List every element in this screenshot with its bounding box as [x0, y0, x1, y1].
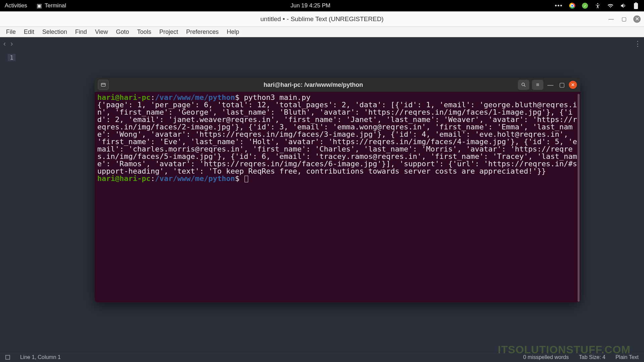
terminal-titlebar[interactable]: hari@hari-pc: /var/www/me/python ≡ — ▢ ✕: [95, 78, 580, 92]
terminal-minimize-button[interactable]: —: [546, 80, 555, 89]
tab-size-status[interactable]: Tab Size: 4: [579, 354, 605, 360]
terminal-scrollbar[interactable]: [578, 94, 580, 302]
terminal-window: hari@hari-pc: /var/www/me/python ≡ — ▢ ✕…: [95, 78, 580, 302]
sublime-titlebar[interactable]: untitled • - Sublime Text (UNREGISTERED)…: [0, 11, 644, 27]
syntax-status[interactable]: Plain Text: [615, 354, 639, 360]
gnome-top-panel: Activities ▣ Terminal Jun 19 4:25 PM •••: [0, 0, 644, 11]
menu-file[interactable]: File: [2, 27, 20, 37]
volume-icon[interactable]: [620, 2, 627, 9]
nav-forward-icon[interactable]: ›: [10, 40, 13, 48]
menu-find[interactable]: Find: [71, 27, 91, 37]
activities-button[interactable]: Activities: [5, 2, 27, 9]
system-tray: •••: [555, 2, 639, 9]
terminal-title: hari@hari-pc: /var/www/me/python: [112, 81, 515, 88]
menu-selection[interactable]: Selection: [38, 27, 71, 37]
chrome-tray-icon[interactable]: [569, 2, 576, 9]
sublime-tabstrip: ‹ › ⋮: [0, 37, 644, 51]
sublime-menubar: File Edit Selection Find View Goto Tools…: [0, 27, 644, 37]
svg-rect-1: [635, 2, 637, 3]
spellcheck-status[interactable]: 0 misspelled words: [523, 354, 569, 360]
search-button[interactable]: [518, 80, 529, 90]
tab-overflow-icon[interactable]: ⋮: [634, 40, 641, 48]
sublime-title: untitled • - Sublime Text (UNREGISTERED): [260, 15, 383, 23]
new-tab-button[interactable]: [98, 80, 109, 90]
accessibility-icon[interactable]: [594, 2, 601, 9]
terminal-app-icon: ▣: [37, 2, 42, 9]
terminal-body[interactable]: hari@hari-pc:/var/www/me/python$ python3…: [95, 92, 580, 302]
line-gutter: 1: [0, 51, 20, 352]
minimize-button[interactable]: —: [608, 16, 614, 22]
cursor-position[interactable]: Line 1, Column 1: [20, 354, 61, 360]
status-bar: Line 1, Column 1 0 misspelled words Tab …: [0, 352, 644, 362]
menu-tools[interactable]: Tools: [133, 27, 155, 37]
clock[interactable]: Jun 19 4:25 PM: [66, 2, 555, 9]
menu-view[interactable]: View: [91, 27, 112, 37]
status-ok-tray-icon[interactable]: [582, 2, 588, 9]
menu-edit[interactable]: Edit: [20, 27, 38, 37]
battery-icon[interactable]: [633, 2, 639, 9]
svg-rect-2: [634, 3, 638, 9]
line-number: 1: [8, 54, 15, 61]
menu-preferences[interactable]: Preferences: [182, 27, 223, 37]
terminal-maximize-button[interactable]: ▢: [557, 80, 566, 89]
menu-project[interactable]: Project: [155, 27, 182, 37]
terminal-close-button[interactable]: ✕: [569, 81, 577, 89]
active-app-name: Terminal: [45, 2, 66, 9]
close-button[interactable]: ✕: [633, 15, 641, 23]
menu-help[interactable]: Help: [223, 27, 243, 37]
terminal-output: {'page': 1, 'per_page': 6, 'total': 12, …: [97, 101, 577, 175]
menu-goto[interactable]: Goto: [112, 27, 133, 37]
svg-point-0: [597, 3, 598, 4]
hamburger-menu-button[interactable]: ≡: [532, 80, 543, 90]
wifi-icon[interactable]: [607, 2, 614, 9]
svg-rect-3: [101, 83, 105, 86]
cursor-icon: [245, 176, 248, 182]
svg-line-6: [524, 85, 526, 87]
panel-toggle-icon[interactable]: [5, 355, 10, 360]
maximize-button[interactable]: ▢: [621, 16, 627, 22]
nav-back-icon[interactable]: ‹: [3, 40, 6, 48]
svg-point-5: [522, 83, 525, 86]
active-app-indicator[interactable]: ▣ Terminal: [37, 2, 66, 9]
tray-overflow-icon[interactable]: •••: [555, 2, 563, 9]
